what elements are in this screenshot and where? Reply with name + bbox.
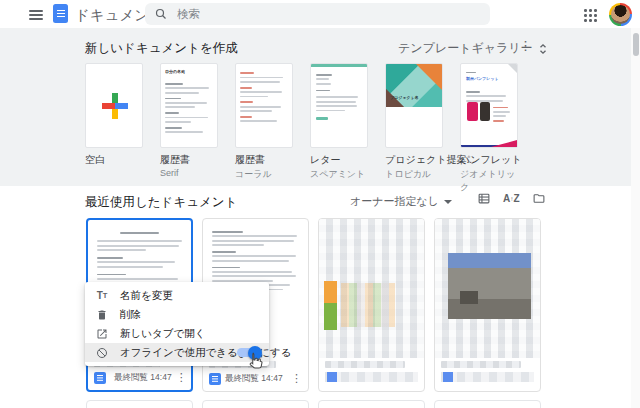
menu-item-rename[interactable]: TT 名前を変更 [85,286,269,305]
last-opened-label: 最終閲覧 14:47 [225,373,283,385]
hamburger-menu-icon[interactable] [29,10,43,20]
brochure-phone-graphic-dark [480,102,490,121]
view-controls: A↑Z [477,192,546,205]
list-view-icon[interactable] [477,192,491,205]
cursor-pointer [247,352,263,370]
doc-card-kebab-menu[interactable]: ⋮ [176,371,187,384]
template-card-brochure-geometric[interactable]: 製品パンフレット パンフレット ジオメトリック [460,63,518,194]
template-card-project-tropical[interactable]: プロジェクト名 プロジェクト提案... トロピカル [385,63,443,181]
menu-item-available-offline[interactable]: オフラインで使用できるようにする [85,343,269,362]
recent-documents-title: 最近使用したドキュメント [85,194,237,211]
template-card-blank[interactable]: 空白 [85,63,143,168]
redacted-doc-preview [319,219,424,358]
template-thumbnail-resume-serif: 自分の名前 [160,63,218,148]
menu-item-label: 新しいタブで開く [120,327,205,341]
doc-card-footer [435,358,540,391]
menu-item-delete[interactable]: 削除 [85,305,269,324]
template-section-kebab-menu[interactable]: ⋮ [519,39,532,52]
last-opened-label: 最終閲覧 14:47 [114,372,172,384]
docs-home-screen: ドキュメント 新しいドキュメントを作成 テンプレートギャラリー ⋮ [0,0,640,408]
recent-doc-card-3-redacted[interactable] [318,218,425,392]
recent-doc-card-4-redacted[interactable] [434,218,541,392]
menu-item-label: オフラインで使用できるようにする [120,346,291,360]
search-icon [155,8,167,20]
search-input[interactable] [175,7,459,21]
redacted-doc-preview [435,219,540,358]
template-card-resume-coral[interactable]: 履歴書 コーラル [235,63,293,181]
doc-context-menu: TT 名前を変更 削除 新しいタブで開く オフラインで使用できるようにする [85,282,269,366]
page-fold-corner [508,64,517,73]
next-row-doc-card[interactable] [318,400,425,408]
redacted-doc-title [325,361,405,368]
new-document-title: 新しいドキュメントを作成 [85,40,238,57]
search-bar[interactable] [145,3,490,25]
template-gallery-label: テンプレートギャラリー [398,40,533,57]
docs-file-icon [209,373,221,385]
template-subname: スペアミント [310,168,368,181]
menu-item-label: 削除 [120,308,141,322]
unfold-more-icon [538,43,548,55]
template-thumbnail-blank [85,63,143,148]
open-in-new-tab-icon [95,328,109,340]
rename-icon: TT [95,290,109,301]
dropdown-caret-icon [444,200,452,204]
template-name: 履歴書 [160,153,218,167]
redacted-doc-meta [325,372,418,382]
template-thumbnail-project-tropical: プロジェクト名 [385,63,443,148]
template-thumbnail-brochure-geometric: 製品パンフレット [460,63,518,148]
next-row-doc-card[interactable] [202,400,309,408]
account-avatar[interactable] [609,3,632,26]
owner-filter-label: オーナー指定なし [350,194,439,209]
template-card-letter-spearmint[interactable]: レター スペアミント [310,63,368,181]
owner-filter-dropdown[interactable]: オーナー指定なし [350,194,452,209]
next-row-doc-card[interactable] [86,400,193,408]
template-subname: コーラル [235,168,293,181]
template-name: プロジェクト提案... [385,153,443,167]
open-file-picker-folder-icon[interactable] [532,192,546,205]
new-document-section: 新しいドキュメントを作成 テンプレートギャラリー ⋮ 空白 自分の名前 [0,28,640,186]
delete-icon [95,309,109,321]
template-subname: ジオメトリック [460,168,518,194]
google-apps-grid-icon[interactable] [584,9,597,22]
redacted-doc-meta [441,372,534,382]
scrollbar-thumb[interactable] [633,33,639,56]
offline-icon [95,347,109,359]
next-row-doc-card[interactable] [434,400,541,408]
doc-card-kebab-menu[interactable]: ⋮ [291,372,302,385]
docs-logo-icon[interactable] [53,4,68,23]
sort-az-icon[interactable]: A↑Z [503,193,520,204]
top-app-bar: ドキュメント [0,0,640,28]
docs-file-icon-redacted [443,372,453,382]
template-preview-title: 製品パンフレット [466,76,512,82]
new-blank-plus-icon [102,93,128,119]
template-name: レター [310,153,368,167]
template-name: パンフレット [460,153,518,167]
docs-file-icon-redacted [327,372,337,382]
template-name: 履歴書 [235,153,293,167]
menu-item-open-new-tab[interactable]: 新しいタブで開く [85,324,269,343]
template-subname: トロピカル [385,168,443,181]
doc-card-footer [319,358,424,391]
template-subname: Serif [160,168,218,178]
menu-item-label: 名前を変更 [120,289,173,303]
brochure-footer-graphic [461,140,517,147]
brochure-phone-graphic [467,102,478,121]
scrollbar-track[interactable] [631,28,640,408]
docs-file-icon [94,372,106,384]
template-thumbnail-letter-spearmint [310,63,368,148]
template-name: 空白 [85,153,143,167]
tropical-cover-image: プロジェクト名 [386,64,442,107]
template-card-resume-serif[interactable]: 自分の名前 履歴書 Serif [160,63,218,178]
template-preview-title: 自分の名前 [165,69,213,75]
redacted-doc-title [441,361,521,368]
template-preview-title: プロジェクト名 [390,95,443,101]
template-thumbnail-resume-coral [235,63,293,148]
